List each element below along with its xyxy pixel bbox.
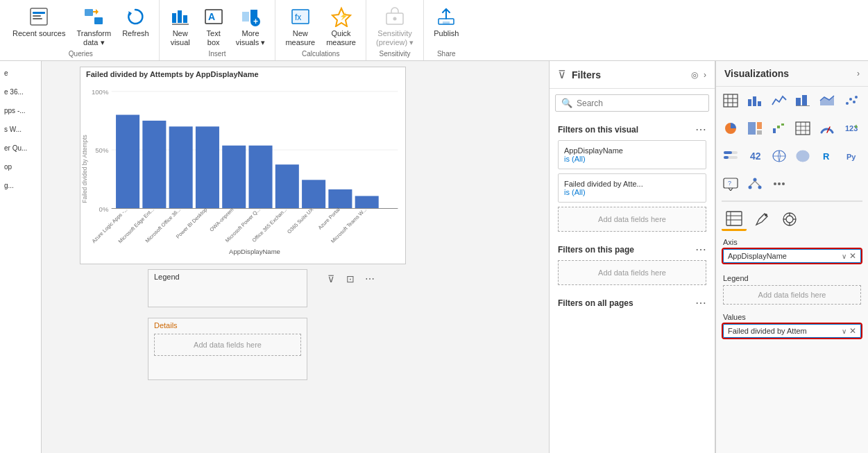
viz-icon-gauge[interactable]: [817, 119, 837, 138]
viz-divider: [722, 200, 862, 202]
viz-icon-bar[interactable]: [744, 91, 765, 110]
filter-refresh-icon[interactable]: ◎: [691, 70, 698, 80]
details-panel: Details Add data fields here: [148, 318, 307, 380]
svg-text:Azure Portal: Azure Portal: [316, 206, 341, 230]
svg-point-22: [393, 17, 397, 21]
viz-icon-qa[interactable]: ?: [720, 174, 741, 194]
sidebar-item-6[interactable]: op: [3, 160, 38, 173]
viz-icon-scatter[interactable]: [841, 91, 862, 110]
viz-icon-map[interactable]: [769, 146, 790, 166]
filter-card-failed[interactable]: Failed divided by Atte... is (All): [558, 173, 706, 203]
viz-icon-python[interactable]: Py: [841, 146, 862, 166]
text-box-icon: A: [203, 6, 225, 28]
filters-search-box: 🔍: [555, 94, 709, 112]
svg-rect-73: [757, 130, 762, 135]
details-add-fields[interactable]: Add data fields here: [154, 334, 301, 356]
sidebar-item-7[interactable]: g...: [3, 179, 38, 192]
ribbon-group-share: Publish Share: [424, 0, 468, 60]
filters-on-page-add[interactable]: Add data fields here: [558, 260, 706, 285]
chart-visual[interactable]: Failed divided by Attempts by AppDisplay…: [80, 67, 406, 264]
sidebar-item-3[interactable]: pps -...: [3, 104, 38, 117]
viz-analytics-tab[interactable]: [777, 207, 802, 231]
svg-point-68: [849, 98, 852, 101]
svg-rect-24: [443, 22, 450, 24]
filter-icon: ⊽: [558, 68, 566, 81]
viz-icon-treemap[interactable]: [744, 119, 765, 138]
svg-rect-86: [724, 151, 732, 154]
details-header: Details: [148, 318, 307, 332]
text-box-button[interactable]: A Textbox: [198, 3, 229, 50]
ribbon-group-queries: Recent sources Transformdata ▾ Refresh Q…: [3, 0, 160, 60]
viz-icon-r-visual[interactable]: R: [817, 146, 837, 166]
svg-point-104: [774, 182, 776, 185]
axis-label: Axis: [723, 238, 861, 246]
values-field-tag[interactable]: Failed divided by Attem ∨ ✕: [723, 324, 861, 338]
viz-icon-card[interactable]: 42: [744, 146, 765, 166]
sidebar-item-4[interactable]: s W...: [3, 123, 38, 136]
viz-format-tab[interactable]: [749, 207, 774, 231]
filters-on-visual-header: Filters on this visual ⋯: [558, 123, 706, 136]
recent-sources-button[interactable]: Recent sources: [8, 3, 69, 41]
values-field-chevron[interactable]: ∨: [842, 327, 846, 335]
svg-point-101: [758, 186, 761, 189]
filters-all-pages-more[interactable]: ⋯: [695, 296, 706, 309]
ribbon-group-sensitivity: Sensitivity(preview) ▾ Sensitivity: [366, 0, 424, 60]
axis-field-chevron[interactable]: ∨: [842, 253, 846, 260]
viz-icon-slicer[interactable]: [720, 146, 741, 166]
more-options-icon[interactable]: ⋯: [361, 271, 378, 287]
svg-rect-65: [796, 105, 810, 106]
sidebar-item-5[interactable]: er Qu...: [3, 142, 38, 155]
viz-expand-icon[interactable]: ›: [857, 69, 860, 78]
svg-text:Py: Py: [846, 153, 856, 161]
new-measure-button[interactable]: fx Newmeasure: [281, 3, 319, 50]
focus-icon[interactable]: ⊡: [342, 271, 359, 287]
axis-field-close[interactable]: ✕: [849, 251, 856, 261]
svg-rect-9: [183, 15, 187, 23]
filters-on-visual-add[interactable]: Add data fields here: [558, 207, 706, 232]
viz-icon-decomp[interactable]: [744, 174, 765, 194]
viz-icon-more[interactable]: [769, 174, 790, 194]
legend-section: Legend Add data fields here: [716, 270, 868, 309]
refresh-button[interactable]: Refresh: [118, 3, 153, 41]
sidebar-item-2[interactable]: e 36...: [3, 85, 38, 99]
more-visuals-button[interactable]: + Morevisuals ▾: [232, 3, 270, 50]
filters-search-input[interactable]: [577, 99, 703, 108]
transform-data-icon: [83, 6, 105, 28]
viz-icon-column[interactable]: [792, 91, 813, 110]
sidebar-item-1[interactable]: e: [3, 67, 38, 80]
filters-on-page-more[interactable]: ⋯: [695, 243, 706, 256]
svg-rect-34: [169, 126, 193, 208]
new-visual-button[interactable]: Newvisual: [165, 3, 196, 50]
viz-icon-pie[interactable]: [720, 119, 741, 138]
publish-button[interactable]: Publish: [429, 3, 463, 41]
filters-on-visual-more[interactable]: ⋯: [695, 123, 706, 136]
viz-icon-line[interactable]: [769, 91, 790, 110]
transform-data-button[interactable]: Transformdata ▾: [72, 3, 115, 50]
viz-icon-matrix[interactable]: [792, 119, 813, 138]
values-field-close[interactable]: ✕: [849, 326, 856, 336]
svg-point-105: [778, 182, 781, 185]
viz-icon-kpi[interactable]: 123▲: [841, 119, 862, 138]
viz-icon-table[interactable]: [720, 91, 741, 110]
quick-measure-button[interactable]: ⚡ Quickmeasure: [322, 3, 360, 50]
svg-point-70: [855, 96, 858, 99]
sensitivity-button[interactable]: Sensitivity(preview) ▾: [372, 3, 418, 50]
filter-card-appdisplayname[interactable]: AppDisplayName is (All): [558, 140, 706, 169]
legend-add-fields[interactable]: Add data fields here: [723, 285, 861, 305]
svg-rect-38: [275, 164, 299, 208]
viz-icon-filled-map[interactable]: [792, 146, 813, 166]
values-section: Values Failed divided by Attem ∨ ✕: [716, 309, 868, 345]
svg-rect-54: [724, 94, 738, 107]
filters-title: Filters: [572, 69, 686, 80]
svg-text:Failed divided by Attempts: Failed divided by Attempts: [80, 135, 87, 203]
viz-icon-waterfall[interactable]: [769, 119, 790, 138]
filters-on-page-header: Filters on this page ⋯: [558, 243, 706, 256]
filter-expand-icon[interactable]: ›: [704, 70, 706, 80]
more-visuals-icon: +: [239, 6, 262, 28]
axis-field-tag[interactable]: AppDisplayName ∨ ✕: [723, 249, 861, 263]
filter-toolbar-icon[interactable]: ⊽: [323, 271, 339, 287]
viz-icon-area[interactable]: [817, 91, 837, 110]
svg-rect-33: [142, 121, 166, 208]
svg-rect-4: [85, 9, 93, 16]
viz-fields-tab[interactable]: [722, 207, 747, 231]
